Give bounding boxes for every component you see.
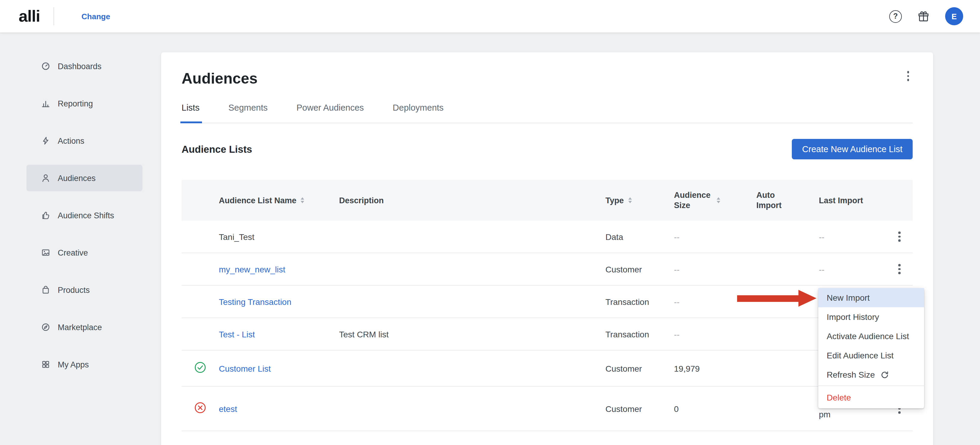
page-title: Audiences (181, 68, 258, 88)
sidebar-item-label: Audiences (58, 174, 95, 182)
section-title: Audience Lists (181, 144, 252, 155)
sidebar-item-audiences[interactable]: Audiences (27, 165, 143, 191)
description-cell: Test CRM list (339, 329, 389, 339)
tab-deployments[interactable]: Deployments (393, 103, 444, 123)
actions-icon (41, 136, 51, 145)
sidebar-item-label: My Apps (58, 360, 89, 369)
main-area: Audiences Lists Segments Power Audiences… (161, 32, 980, 445)
audience-list-name-link[interactable]: Test - List (219, 329, 255, 339)
header-type: Type (605, 196, 674, 205)
topbar: alli Change ? E (0, 0, 980, 32)
header-audience-list-name: Audience List Name (219, 196, 339, 205)
topbar-actions: ? E (889, 7, 963, 25)
refresh-icon (880, 370, 889, 379)
row-overflow-menu-icon[interactable] (895, 229, 904, 245)
sidebar-item-label: Dashboards (58, 62, 102, 71)
audience-shifts-icon (41, 211, 51, 220)
table-row: my_new_new_list Customer -- -- (181, 253, 913, 286)
audience-size-cell: -- (674, 297, 680, 306)
audience-size-cell: 0 (674, 404, 679, 413)
type-cell: Customer (605, 264, 642, 274)
header-last-import: Last Import (819, 196, 886, 205)
sidebar-item-label: Creative (58, 248, 88, 257)
content-layout: Dashboards Reporting Actions Audiences (0, 32, 980, 445)
annotation-arrow (737, 290, 816, 307)
table-header-row: Audience List Name Description Type Audi… (181, 180, 913, 221)
sidebar-item-actions[interactable]: Actions (27, 128, 143, 154)
tab-segments[interactable]: Segments (229, 103, 268, 123)
sidebar-item-audience-shifts[interactable]: Audience Shifts (27, 202, 143, 228)
sidebar-item-products[interactable]: Products (27, 277, 143, 303)
last-import-cell: -- (819, 264, 824, 274)
sidebar-item-label: Actions (58, 136, 84, 145)
audience-size-cell: -- (674, 232, 680, 241)
audience-list-name-link[interactable]: Testing Transaction (219, 297, 291, 306)
gift-icon[interactable] (918, 10, 929, 22)
last-import-cell: -- (819, 232, 824, 241)
menu-item-delete[interactable]: Delete (818, 386, 924, 408)
audience-size-cell: 19,979 (674, 364, 700, 373)
reporting-icon (41, 99, 51, 108)
my-apps-icon (41, 360, 51, 369)
check-circle-icon (194, 361, 206, 375)
section-row: Audience Lists Create New Audience List (181, 139, 913, 159)
dashboards-icon (41, 61, 51, 71)
card-overflow-menu-icon[interactable] (904, 68, 913, 84)
sidebar: Dashboards Reporting Actions Audiences (0, 32, 161, 445)
type-cell: Customer (605, 364, 642, 373)
products-icon (41, 285, 51, 295)
type-cell: Transaction (605, 329, 649, 339)
type-cell: Customer (605, 404, 642, 413)
sidebar-item-marketplace[interactable]: Marketplace (27, 314, 143, 340)
header-auto-import: Auto Import (756, 190, 819, 211)
menu-item-edit-audience-list[interactable]: Edit Audience List (818, 346, 924, 365)
creative-icon (41, 248, 51, 257)
create-new-audience-list-button[interactable]: Create New Audience List (792, 139, 913, 159)
sidebar-item-my-apps[interactable]: My Apps (27, 351, 143, 378)
topbar-divider (53, 7, 54, 25)
change-client-link[interactable]: Change (81, 12, 110, 21)
sort-icon[interactable] (301, 197, 304, 204)
table-row: Customer List Customer 19,979 (181, 351, 913, 387)
marketplace-icon (41, 322, 51, 332)
sort-icon[interactable] (717, 197, 720, 204)
audience-list-name-link[interactable]: etest (219, 404, 237, 413)
app-root: alli Change ? E Dash (0, 0, 980, 445)
sidebar-item-creative[interactable]: Creative (27, 239, 143, 266)
tab-power-audiences[interactable]: Power Audiences (296, 103, 364, 123)
sidebar-item-reporting[interactable]: Reporting (27, 90, 143, 116)
audiences-card: Audiences Lists Segments Power Audiences… (161, 52, 933, 445)
audiences-icon (41, 173, 51, 183)
table-row: etest Customer 0 04/27/22 12:54 pm (181, 387, 913, 431)
audience-size-cell: -- (674, 329, 680, 339)
card-header: Audiences (181, 68, 913, 88)
sort-icon[interactable] (628, 197, 632, 204)
tab-lists[interactable]: Lists (181, 103, 200, 123)
header-description: Description (339, 196, 605, 205)
audience-list-name-link[interactable]: Customer List (219, 364, 271, 373)
menu-item-new-import[interactable]: New Import (818, 288, 924, 307)
alli-logo[interactable]: alli (19, 7, 40, 26)
tab-bar: Lists Segments Power Audiences Deploymen… (181, 103, 913, 123)
type-cell: Transaction (605, 297, 649, 306)
audience-list-name: Tani_Test (219, 232, 254, 241)
menu-item-import-history[interactable]: Import History (818, 307, 924, 327)
sidebar-item-label: Audience Shifts (58, 211, 114, 220)
sidebar-item-label: Marketplace (58, 323, 102, 332)
type-cell: Data (605, 232, 623, 241)
sidebar-item-label: Reporting (58, 99, 93, 108)
row-overflow-menu-icon[interactable] (895, 261, 904, 277)
help-icon[interactable]: ? (889, 10, 902, 22)
user-avatar[interactable]: E (945, 7, 963, 25)
sidebar-item-dashboards[interactable]: Dashboards (27, 53, 143, 80)
menu-item-refresh-size[interactable]: Refresh Size (818, 365, 924, 384)
table-row: Tani_Test Data -- -- (181, 221, 913, 253)
menu-item-activate-audience-list[interactable]: Activate Audience List (818, 327, 924, 346)
audience-list-name-link[interactable]: my_new_new_list (219, 264, 285, 274)
sidebar-item-label: Products (58, 286, 90, 294)
header-audience-size: Audience Size (674, 190, 756, 211)
table-row: Test - List Test CRM list Transaction -- (181, 318, 913, 351)
audience-size-cell: -- (674, 264, 680, 274)
x-circle-icon (194, 402, 206, 416)
row-context-menu: New Import Import History Activate Audie… (818, 288, 924, 408)
